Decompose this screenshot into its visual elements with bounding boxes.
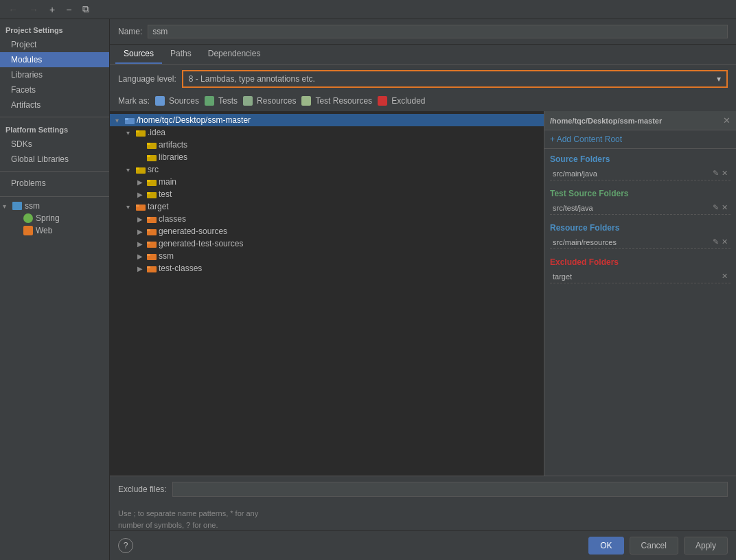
test-resources-tag-label: Test Resources xyxy=(315,96,372,106)
mark-tag-excluded[interactable]: Excluded xyxy=(378,96,425,106)
test-resources-dot-icon xyxy=(301,96,311,106)
name-label: Name: xyxy=(118,27,142,36)
test-source-folders-section: Test Source Folders src/test/java ✎ ✕ xyxy=(544,183,736,218)
forward-button[interactable]: → xyxy=(26,3,41,16)
module-icon xyxy=(12,202,22,210)
sidebar-item-libraries[interactable]: Libraries xyxy=(0,67,109,82)
libraries-label: libraries xyxy=(159,152,187,162)
tab-paths[interactable]: Paths xyxy=(162,45,200,64)
add-content-root-row[interactable]: + Add Content Root xyxy=(544,130,736,149)
mark-as-label: Mark as: xyxy=(118,96,150,106)
cancel-button[interactable]: Cancel xyxy=(630,537,678,555)
test-classes-label: test-classes xyxy=(159,264,202,273)
exclude-label: Exclude files: xyxy=(118,485,167,494)
module-tree-root[interactable]: ▾ ssm xyxy=(0,200,109,212)
svg-rect-11 xyxy=(147,180,150,182)
classes-label: classes xyxy=(159,214,186,224)
name-row: Name: xyxy=(110,19,736,45)
module-tree-web[interactable]: Web xyxy=(0,224,109,237)
dialog-buttons: ? OK Cancel Apply xyxy=(110,530,736,560)
test-source-folder-remove-icon[interactable]: ✕ xyxy=(722,203,728,212)
sidebar-item-modules[interactable]: Modules xyxy=(0,52,109,67)
mark-tag-test-resources[interactable]: Test Resources xyxy=(301,96,372,106)
tree-item-idea[interactable]: ▾ .idea xyxy=(110,126,544,139)
sidebar-item-facets[interactable]: Facets xyxy=(0,82,109,97)
add-content-root-button[interactable]: + Add Content Root xyxy=(550,135,622,144)
tree-item-libraries[interactable]: libraries xyxy=(110,151,544,163)
spring-label: Spring xyxy=(36,213,60,223)
tree-item-test-classes[interactable]: ▶ test-classes xyxy=(110,262,544,275)
sidebar-item-project[interactable]: Project xyxy=(0,37,109,52)
sidebar-divider-2 xyxy=(0,171,109,172)
tree-item-root[interactable]: ▾ /home/tqc/Desktop/ssm-master xyxy=(110,114,544,126)
content-area: Name: Sources Paths Dependencies Languag… xyxy=(110,19,736,560)
language-level-select[interactable]: 3 - Enums, varargs, generics etc. 5 - En… xyxy=(183,71,726,86)
apply-button[interactable]: Apply xyxy=(684,537,728,555)
right-panel: /home/tqc/Desktop/ssm-master ✕ + Add Con… xyxy=(544,111,736,476)
sidebar-item-global-libraries[interactable]: Global Libraries xyxy=(0,152,109,167)
svg-rect-9 xyxy=(136,167,139,170)
source-folder-edit-icon[interactable]: ✎ xyxy=(713,169,719,178)
resource-folder-remove-icon[interactable]: ✕ xyxy=(722,237,728,246)
tree-item-test[interactable]: ▶ test xyxy=(110,188,544,200)
excluded-folders-title: Excluded Folders xyxy=(550,257,731,267)
svg-rect-13 xyxy=(147,192,150,194)
tree-item-classes[interactable]: ▶ classes xyxy=(110,213,544,225)
module-tree-spring[interactable]: Spring xyxy=(0,212,109,224)
sidebar-item-sdks[interactable]: SDKs xyxy=(0,137,109,152)
tree-item-main[interactable]: ▶ main xyxy=(110,176,544,188)
tree-item-generated-test-sources[interactable]: ▶ generated-test-sources xyxy=(110,237,544,250)
language-level-select-wrapper[interactable]: 3 - Enums, varargs, generics etc. 5 - En… xyxy=(182,70,728,88)
tab-dependencies[interactable]: Dependencies xyxy=(200,45,269,64)
test-classes-arrow: ▶ xyxy=(137,265,147,272)
source-folder-remove-icon[interactable]: ✕ xyxy=(722,169,728,178)
exclude-row: Exclude files: xyxy=(118,482,728,497)
right-panel-close-icon[interactable]: ✕ xyxy=(723,115,731,126)
ssm-label: ssm xyxy=(159,251,174,261)
language-level-row: Language level: 3 - Enums, varargs, gene… xyxy=(110,65,736,93)
artifacts-folder-icon xyxy=(147,141,157,149)
remove-button[interactable]: − xyxy=(63,3,74,16)
tab-sources[interactable]: Sources xyxy=(115,45,162,64)
tree-item-target[interactable]: ▾ target xyxy=(110,200,544,213)
exclude-input[interactable] xyxy=(172,482,728,497)
copy-button[interactable]: ⧉ xyxy=(80,2,92,16)
svg-rect-23 xyxy=(147,254,150,256)
svg-rect-17 xyxy=(147,217,150,219)
hint-line2: number of symbols, ? for one. xyxy=(118,521,218,529)
gen-test-sources-arrow: ▶ xyxy=(137,240,147,248)
mark-tag-resources[interactable]: Resources xyxy=(243,96,296,106)
resource-folder-path: src/main/resources xyxy=(553,238,713,246)
sidebar-item-problems[interactable]: Problems xyxy=(0,176,109,191)
sidebar-item-artifacts[interactable]: Artifacts xyxy=(0,97,109,113)
test-source-folder-edit-icon[interactable]: ✎ xyxy=(713,203,719,212)
web-label: Web xyxy=(36,226,52,235)
add-button[interactable]: + xyxy=(47,3,58,16)
ssm-arrow: ▶ xyxy=(137,253,147,260)
src-folder-icon xyxy=(136,165,146,174)
tabs-row: Sources Paths Dependencies xyxy=(110,45,736,65)
resource-folder-edit-icon[interactable]: ✎ xyxy=(713,237,719,246)
help-button[interactable]: ? xyxy=(118,538,133,553)
tree-item-generated-sources[interactable]: ▶ generated-sources xyxy=(110,225,544,237)
svg-rect-15 xyxy=(136,205,139,207)
target-label: target xyxy=(148,202,169,211)
tree-item-src[interactable]: ▾ src xyxy=(110,163,544,176)
root-folder-icon xyxy=(125,116,135,124)
excluded-folder-remove-icon[interactable]: ✕ xyxy=(722,272,728,281)
test-source-folder-path: src/test/java xyxy=(553,204,713,212)
tree-item-artifacts[interactable]: artifacts xyxy=(110,139,544,151)
src-label: src xyxy=(148,165,159,174)
classes-folder-icon xyxy=(147,215,157,223)
split-panel: ▾ /home/tqc/Desktop/ssm-master ▾ .idea xyxy=(110,111,736,476)
tree-item-ssm[interactable]: ▶ ssm xyxy=(110,250,544,262)
mark-tag-tests[interactable]: Tests xyxy=(205,96,238,106)
mark-tag-sources[interactable]: Sources xyxy=(155,96,199,106)
excluded-folder-path: target xyxy=(553,272,722,281)
ok-button[interactable]: OK xyxy=(588,537,623,555)
back-button[interactable]: ← xyxy=(5,3,21,16)
svg-rect-1 xyxy=(125,118,128,120)
resource-folders-title: Resource Folders xyxy=(550,223,731,233)
test-classes-folder-icon xyxy=(147,264,157,272)
name-input[interactable] xyxy=(148,25,728,38)
